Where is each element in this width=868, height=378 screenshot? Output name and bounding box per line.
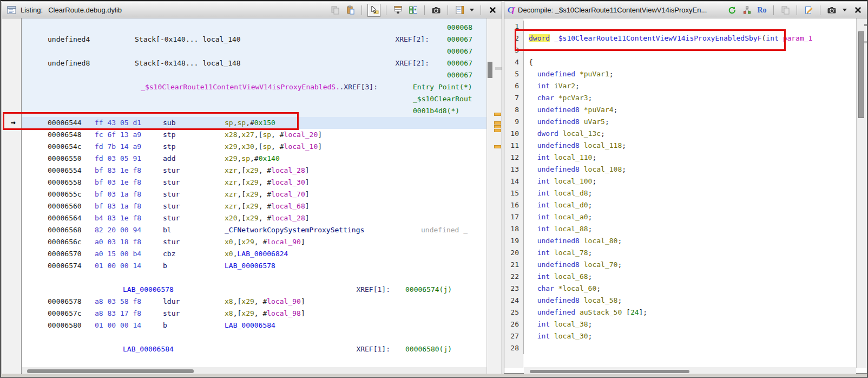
dropdown-icon[interactable]	[469, 4, 475, 16]
code-line[interactable]: 17 int local_a0;	[504, 211, 856, 223]
listing-row[interactable]: 0000656ca0 03 18 f8sturx0,[x29, #local_9…	[22, 236, 486, 248]
copy-icon[interactable]	[779, 4, 791, 16]
code-line[interactable]: 10 dword local_13c;	[504, 128, 856, 140]
ro-icon[interactable]: Ro	[756, 4, 768, 16]
code-line[interactable]: 16 int local_d0;	[504, 199, 856, 211]
code-line[interactable]: 19 undefined8 local_80;	[504, 235, 856, 247]
listing-display-options-icon[interactable]	[453, 4, 465, 16]
code-line[interactable]: 13 undefined8 local_108;	[504, 164, 856, 175]
listing-row[interactable]: undefined4Stack[-0x140... local_140XREF[…	[22, 34, 486, 45]
decompile-title: Decompile: _$s10ClearRoute11ContentViewV…	[518, 6, 722, 14]
toolbar-separator	[386, 5, 386, 15]
close-icon[interactable]	[486, 4, 498, 16]
highlight-position-marker	[864, 41, 867, 43]
listing-row[interactable]: 0000655cbf 03 1a f8sturxzr,[x29, #local_…	[22, 188, 486, 200]
listing-row[interactable]: LAB_00006584XREF[1]:00006580(j)	[22, 343, 486, 355]
line-number: 18	[504, 223, 524, 235]
listing-row[interactable]: 00006564b4 83 1e f8sturx20,[x29, #local_…	[22, 212, 486, 224]
code-line[interactable]: 28	[504, 342, 856, 354]
listing-view[interactable]: 000068undefined4Stack[-0x140... local_14…	[22, 18, 486, 368]
listing-row[interactable]: 000067	[22, 45, 486, 57]
listing-row[interactable]: 00006554bf 83 1e f8sturxzr,[x29, #local_…	[22, 165, 486, 177]
close-icon[interactable]	[852, 4, 864, 16]
code-line[interactable]: 14 int local_100;	[504, 175, 856, 187]
decomp-lines[interactable]: 12dword _$s10ClearRoute11ContentViewV14i…	[504, 18, 856, 368]
listing-vertical-scrollbar-thumb[interactable]	[488, 62, 492, 78]
listing-row[interactable]: 0000654cfd 7b 14 a9stpx29,x30,[sp, #loca…	[22, 141, 486, 153]
code-line[interactable]: 8 undefined8 *puVar4;	[504, 104, 856, 116]
decompile-vscrollbar-thumb[interactable]	[858, 31, 864, 118]
code-line[interactable]: 23 char *local_60;	[504, 283, 856, 295]
listing-row[interactable]: 00006578a8 03 58 f8ldurx8,[x29, #local_9…	[22, 296, 486, 308]
listing-rows: 000068undefined4Stack[-0x140... local_14…	[22, 22, 486, 355]
edit-fields-icon[interactable]	[392, 4, 404, 16]
re-decompile-icon[interactable]	[726, 4, 738, 16]
listing-row[interactable]: _$s10ClearRoute11ContentViewV14isProxyEn…	[22, 81, 486, 93]
code-line[interactable]: 27 int local_30;	[504, 330, 856, 342]
code-line[interactable]: 26 int local_38;	[504, 318, 856, 330]
dropdown-icon[interactable]	[841, 4, 849, 16]
listing-row[interactable]: 000068	[22, 22, 486, 34]
code-line[interactable]: 5 undefined *puVar1;	[504, 68, 856, 80]
listing-row[interactable]: 00006570a0 15 00 b4cbzx0,LAB_00006824	[22, 248, 486, 260]
listing-row[interactable]: 0000658001 00 00 14bLAB_00006584	[22, 320, 486, 331]
toolbar-separator	[448, 5, 448, 15]
listing-row[interactable]: 00006558bf 03 1e f8sturxzr,[x29, #local_…	[22, 177, 486, 188]
code-line[interactable]: 18 int local_88;	[504, 223, 856, 235]
cursor-selection-tool-icon[interactable]	[367, 4, 380, 17]
code-line[interactable]: 11 undefined8 local_118;	[504, 140, 856, 152]
code-line[interactable]: 25 undefined auStack_50 [24];	[504, 307, 856, 318]
code-line[interactable]: 4{	[504, 56, 856, 68]
snapshot-icon[interactable]	[826, 4, 838, 16]
decompile-titlebar[interactable]: Cf Decompile: _$s10ClearRoute11ContentVi…	[504, 2, 867, 18]
edit-icon[interactable]	[803, 4, 814, 16]
code-line[interactable]: 20 int local_78;	[504, 247, 856, 259]
listing-titlebar[interactable]: Listing:ClearRoute.debug.dylib	[2, 2, 502, 18]
change-marker[interactable]	[494, 113, 501, 116]
listing-row[interactable]: 000067	[22, 69, 486, 81]
snapshot-icon[interactable]	[430, 4, 442, 16]
code-line[interactable]: 24 undefined8 local_58;	[504, 295, 856, 307]
line-number: 12	[504, 152, 524, 164]
listing-row[interactable]: LAB_00006578XREF[1]:00006574(j)	[22, 284, 486, 296]
diff-view-icon[interactable]	[407, 4, 419, 16]
toolbar-separator	[797, 5, 797, 15]
listing-row[interactable]	[22, 331, 486, 343]
change-marker[interactable]	[494, 129, 501, 132]
highlight-position-marker	[864, 24, 867, 26]
listing-row[interactable]: 00006550fd 03 05 91addx29,sp,#0x140	[22, 153, 486, 165]
line-number: 28	[504, 342, 524, 354]
listing-row[interactable]	[22, 272, 486, 284]
paste-icon[interactable]	[344, 4, 356, 16]
listing-row[interactable]: 0000656882 20 00 94blundefined __CFNetwo…	[22, 224, 486, 236]
line-number: 20	[504, 247, 524, 259]
code-line[interactable]: 21 undefined8 local_70;	[504, 259, 856, 271]
listing-view-position-marker	[495, 67, 502, 70]
change-marker[interactable]	[494, 121, 501, 125]
listing-row[interactable]: _$s10ClearRout	[22, 93, 486, 105]
listing-row[interactable]: 0000657ca8 83 17 f8sturx8,[x29, #local_9…	[22, 308, 486, 320]
toolbar-separator	[773, 5, 774, 15]
code-line[interactable]: 6 int iVar2;	[504, 80, 856, 92]
change-marker[interactable]	[494, 125, 501, 128]
code-line[interactable]: 12 int local_110;	[504, 152, 856, 164]
listing-row[interactable]: 00006560bf 83 1a f8sturxzr,[x29, #local_…	[22, 200, 486, 212]
line-number: 6	[504, 80, 524, 92]
listing-row[interactable]: 00006548fc 6f 13 a9stpx28,x27,[sp, #loca…	[22, 129, 486, 141]
annotation-box-signature	[515, 29, 786, 51]
listing-row[interactable]: 0000657401 00 00 14bLAB_00006578	[22, 260, 486, 272]
copy-icon[interactable]	[329, 4, 341, 16]
decompile-hscrollbar-thumb[interactable]	[530, 370, 689, 373]
line-number: 9	[504, 116, 524, 128]
code-line[interactable]: 7 char *pcVar3;	[504, 92, 856, 104]
listing-row[interactable]: undefined8Stack[-0x148... local_148XREF[…	[22, 57, 486, 69]
code-line[interactable]: 9 undefined8 uVar5;	[504, 116, 856, 128]
line-number: 10	[504, 128, 524, 140]
code-line[interactable]: 22 int local_68;	[504, 271, 856, 283]
listing-hscrollbar-thumb[interactable]	[27, 369, 194, 373]
code-line[interactable]: 15 int local_d8;	[504, 187, 856, 199]
line-number: 19	[504, 235, 524, 247]
line-number: 15	[504, 187, 524, 199]
function-graph-icon[interactable]	[741, 4, 753, 16]
change-marker[interactable]	[494, 145, 501, 148]
